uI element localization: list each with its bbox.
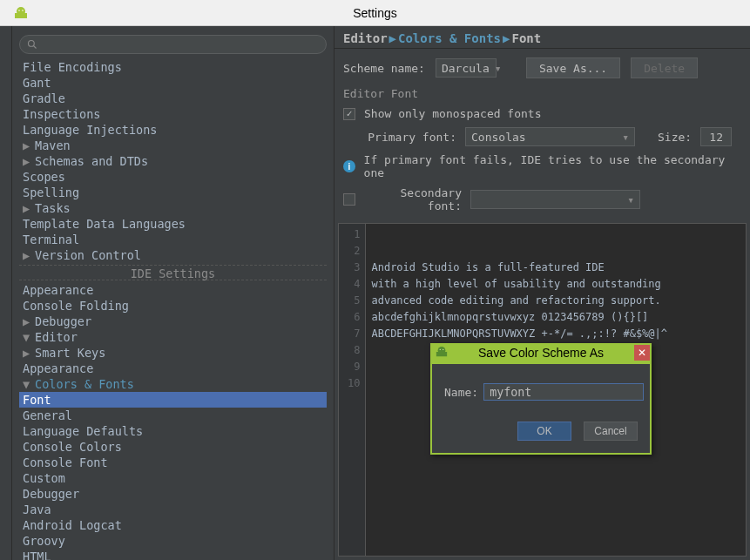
tree-heading: IDE Settings: [19, 265, 327, 280]
chevron-down-icon: ▼: [23, 329, 33, 345]
breadcrumb-part: Colors & Fonts: [398, 31, 501, 45]
scheme-label: Scheme name:: [343, 62, 425, 75]
svg-point-3: [22, 10, 24, 11]
info-text: If primary font fails, IDE tries to use …: [364, 153, 741, 179]
breadcrumb: Editor▶Colors & Fonts▶Font: [334, 26, 750, 49]
svg-point-1: [17, 7, 25, 16]
svg-point-7: [438, 346, 446, 354]
primary-font-select[interactable]: Consolas▾: [465, 127, 635, 146]
tree-item[interactable]: ▶Maven: [19, 138, 327, 153]
tree-item[interactable]: Gant: [19, 75, 327, 91]
save-as-button[interactable]: Save As...: [526, 57, 620, 78]
tree-item[interactable]: Console Folding: [19, 298, 327, 314]
tree-item[interactable]: Spelling: [19, 185, 327, 200]
chevron-down-icon: ▾: [622, 131, 629, 144]
tree-item[interactable]: ▶Version Control: [19, 247, 327, 263]
chevron-right-icon: ▶: [23, 314, 33, 329]
chevron-right-icon: ▶: [23, 345, 33, 361]
info-icon: i: [343, 160, 355, 172]
app-icon: [14, 6, 28, 20]
tree-item[interactable]: Scopes: [19, 169, 327, 185]
settings-sidebar: File Encodings Gant Gradle Inspections L…: [12, 26, 334, 560]
editor-font-section: Editor Font ✓ Show only monospaced fonts…: [334, 82, 750, 219]
tree-item[interactable]: Appearance: [19, 282, 327, 298]
tree-item[interactable]: HTML: [19, 549, 327, 560]
svg-point-4: [29, 41, 35, 47]
cancel-button[interactable]: Cancel: [584, 422, 638, 441]
tree-item[interactable]: Language Injections: [19, 122, 327, 138]
tree-item[interactable]: ▶Smart Keys: [19, 345, 327, 361]
chevron-right-icon: ▶: [23, 153, 33, 169]
breadcrumb-part: Font: [511, 31, 541, 45]
search-input[interactable]: [19, 35, 327, 54]
tree-item[interactable]: Terminal: [19, 232, 327, 247]
tree-item[interactable]: Inspections: [19, 106, 327, 122]
size-input[interactable]: 12: [700, 127, 732, 146]
dialog-titlebar[interactable]: Save Color Scheme As ✕: [430, 343, 652, 362]
window-title: Settings: [353, 6, 397, 20]
chevron-down-icon: ▼: [23, 376, 33, 392]
scheme-select[interactable]: Darcula▾: [436, 58, 497, 78]
tree-item[interactable]: Groovy: [19, 533, 327, 549]
scheme-name-input[interactable]: [483, 383, 644, 401]
name-label: Name:: [444, 386, 478, 399]
tree-item[interactable]: Language Defaults: [19, 423, 327, 439]
chevron-down-icon: ▾: [627, 193, 634, 206]
chevron-right-icon: ▶: [23, 200, 33, 216]
tree-item[interactable]: General: [19, 408, 327, 423]
delete-button[interactable]: Delete: [631, 57, 698, 78]
tree-item[interactable]: Debugger: [19, 486, 327, 502]
titlebar: Settings: [0, 0, 750, 26]
chevron-right-icon: ▶: [389, 31, 396, 45]
tree-item[interactable]: Android Logcat: [19, 517, 327, 533]
tree-item[interactable]: Java: [19, 502, 327, 517]
dialog-title: Save Color Scheme As: [478, 346, 604, 360]
app-icon: [436, 346, 448, 361]
svg-point-2: [18, 10, 20, 11]
tree-item-colors-fonts[interactable]: ▼Colors & Fonts: [19, 376, 327, 392]
save-scheme-dialog: Save Color Scheme As ✕ Name: OK Cancel: [430, 343, 652, 455]
secondary-font-label: Secondary font:: [364, 186, 462, 213]
primary-font-label: Primary font:: [343, 131, 456, 144]
tree-item[interactable]: ▶Tasks: [19, 200, 327, 216]
svg-point-9: [443, 348, 443, 349]
secondary-font-select[interactable]: ▾: [470, 190, 640, 209]
chevron-right-icon: ▶: [503, 31, 510, 45]
chevron-right-icon: ▶: [23, 247, 33, 263]
svg-line-5: [34, 46, 37, 49]
settings-tree: File Encodings Gant Gradle Inspections L…: [19, 59, 327, 560]
primary-font-value: Consolas: [471, 131, 526, 144]
left-gutter: [0, 26, 12, 560]
secondary-checkbox[interactable]: ✓: [343, 193, 355, 206]
ok-button[interactable]: OK: [517, 422, 571, 441]
tree-item[interactable]: Appearance: [19, 361, 327, 376]
line-numbers: 12345678910: [339, 224, 366, 556]
dialog-body: Name: OK Cancel: [432, 364, 650, 453]
close-icon: ✕: [638, 347, 646, 359]
tree-item[interactable]: ▼Editor: [19, 329, 327, 345]
monospaced-label: Show only monospaced fonts: [364, 107, 542, 120]
tree-item[interactable]: Custom: [19, 470, 327, 486]
tree-item[interactable]: Template Data Languages: [19, 216, 327, 232]
chevron-right-icon: ▶: [23, 138, 33, 153]
chevron-down-icon: ▾: [495, 62, 502, 75]
svg-point-8: [440, 348, 441, 349]
tree-item[interactable]: File Encodings: [19, 59, 327, 75]
tree-item[interactable]: Console Colors: [19, 439, 327, 455]
monospaced-checkbox[interactable]: ✓: [343, 108, 355, 120]
section-title: Editor Font: [343, 87, 741, 100]
tree-item-font[interactable]: Font: [19, 392, 327, 408]
close-button[interactable]: ✕: [634, 345, 650, 361]
tree-item[interactable]: ▶Schemas and DTDs: [19, 153, 327, 169]
tree-item[interactable]: Gradle: [19, 91, 327, 106]
size-label: Size:: [658, 131, 692, 144]
tree-item[interactable]: ▶Debugger: [19, 314, 327, 329]
breadcrumb-part: Editor: [343, 31, 388, 45]
scheme-row: Scheme name: Darcula▾ Save As... Delete: [334, 49, 750, 82]
scheme-value: Darcula: [442, 62, 490, 75]
settings-detail: Editor▶Colors & Fonts▶Font Scheme name: …: [334, 26, 750, 560]
tree-item[interactable]: Console Font: [19, 455, 327, 470]
